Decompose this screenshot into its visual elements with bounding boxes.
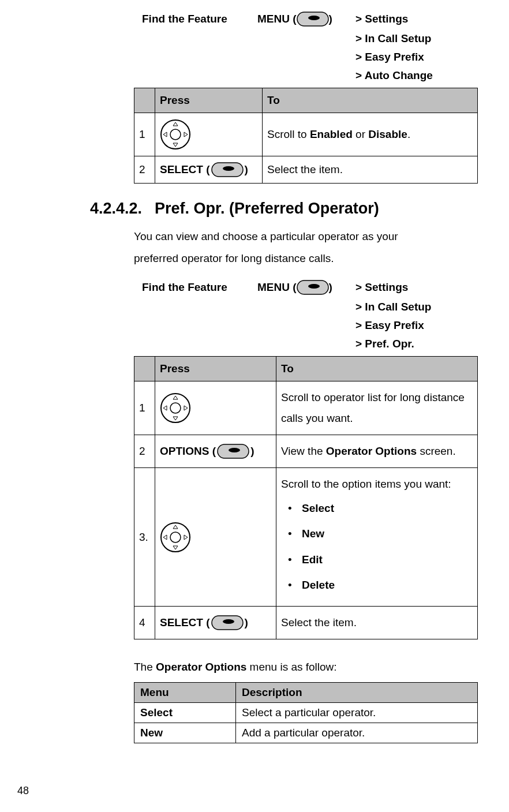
table-row: 1 Scroll to operator list for long dista…	[134, 381, 478, 435]
menu-label: MENU (	[257, 281, 297, 294]
breadcrumb: > Settings	[355, 13, 408, 25]
step-to-lead: Scroll to the option items you want:	[281, 474, 473, 495]
menu-label: MENU (	[257, 13, 297, 25]
menu-close: )	[329, 13, 332, 25]
menu-intro: The Operator Options menu is as follow:	[134, 657, 444, 678]
section-body: You can view and choose a particular ope…	[134, 226, 444, 270]
step-number: 2	[134, 435, 155, 468]
nav-key-icon	[160, 392, 271, 424]
svg-point-12	[161, 394, 190, 422]
step-number: 1	[134, 381, 155, 435]
step-to: Scroll to operator list for long distanc…	[276, 381, 478, 435]
svg-point-19	[229, 448, 240, 452]
breadcrumb: > Easy Prefix	[355, 319, 477, 332]
softkey-icon	[211, 615, 244, 630]
svg-point-11	[308, 284, 320, 289]
section-number: 4.2.4.2.	[90, 200, 142, 218]
breadcrumb: > Settings	[355, 281, 408, 294]
table-row: 2 OPTIONS ( ) View the Operator Options …	[134, 435, 478, 468]
table-header-press: Press	[155, 357, 276, 381]
menu-description-table: Menu Description Select Select a particu…	[134, 682, 478, 743]
softkey-label: SELECT (	[160, 163, 210, 176]
section-heading: 4.2.4.2.Pref. Opr. (Preferred Operator)	[90, 200, 477, 218]
option-item: Delete	[302, 575, 473, 596]
table-row: 2 SELECT ( ) Select the item.	[134, 156, 478, 184]
nav-key-icon	[160, 119, 257, 150]
table-row: 3. Scroll to the option items you want: …	[134, 468, 478, 606]
press-to-table-2: Press To 1 Scroll to operator list for l…	[134, 356, 478, 639]
step-number: 4	[134, 606, 155, 639]
table-header-to: To	[263, 88, 478, 113]
page-number: 48	[17, 785, 29, 797]
table-header-to: To	[276, 357, 478, 381]
table-header-menu: Menu	[134, 682, 236, 702]
softkey-icon	[297, 280, 329, 295]
option-item: New	[302, 523, 473, 544]
step-number: 2	[134, 156, 155, 184]
step-to: Select the item.	[276, 606, 478, 639]
step-number: 1	[134, 113, 155, 156]
find-feature-label: Find the Feature	[142, 13, 257, 25]
svg-point-20	[161, 523, 190, 552]
softkey-label: OPTIONS (	[160, 445, 216, 458]
svg-point-2	[161, 120, 190, 149]
step-to: Scroll to Enabled or Disable.	[263, 113, 478, 156]
table-row: Select Select a particular operator.	[134, 702, 478, 723]
breadcrumb: > In Call Setup	[355, 32, 477, 45]
find-feature-block-1: Find the Feature MENU ( ) > Settings > I…	[142, 12, 477, 82]
softkey-icon	[217, 444, 249, 459]
option-item: Select	[302, 498, 473, 519]
menu-name: Select	[134, 702, 236, 723]
step-to: Scroll to the option items you want: Sel…	[276, 468, 478, 606]
table-header-press: Press	[155, 88, 263, 113]
breadcrumb: > Auto Change	[355, 69, 477, 82]
svg-point-9	[223, 166, 234, 171]
softkey-label: SELECT (	[160, 616, 210, 629]
svg-point-27	[223, 619, 234, 624]
breadcrumb: > In Call Setup	[355, 301, 477, 313]
nav-key-icon	[160, 522, 271, 553]
softkey-close: )	[250, 445, 254, 458]
option-item: Edit	[302, 549, 473, 570]
breadcrumb: > Easy Prefix	[355, 51, 477, 63]
softkey-close: )	[245, 163, 248, 176]
softkey-icon	[297, 12, 329, 27]
menu-close: )	[329, 281, 332, 294]
step-to: Select the item.	[263, 156, 478, 184]
table-row: 1 Scroll to Enabled or Disable.	[134, 113, 478, 156]
find-feature-block-2: Find the Feature MENU ( ) > Settings > I…	[142, 280, 477, 350]
svg-point-1	[308, 16, 320, 20]
step-number: 3.	[134, 468, 155, 606]
table-row: New Add a particular operator.	[134, 723, 478, 743]
softkey-close: )	[245, 616, 248, 629]
menu-name: New	[134, 723, 236, 743]
table-row: 4 SELECT ( ) Select the item.	[134, 606, 478, 639]
find-feature-label: Find the Feature	[142, 281, 257, 294]
menu-desc: Add a particular operator.	[236, 723, 478, 743]
softkey-icon	[211, 162, 244, 177]
table-header-description: Description	[236, 682, 478, 702]
press-to-table-1: Press To 1 Scroll to Enabled or Disable.…	[134, 88, 478, 184]
breadcrumb: > Pref. Opr.	[355, 338, 477, 350]
menu-desc: Select a particular operator.	[236, 702, 478, 723]
step-to: View the Operator Options screen.	[276, 435, 478, 468]
section-title: Pref. Opr. (Preferred Operator)	[155, 200, 379, 217]
